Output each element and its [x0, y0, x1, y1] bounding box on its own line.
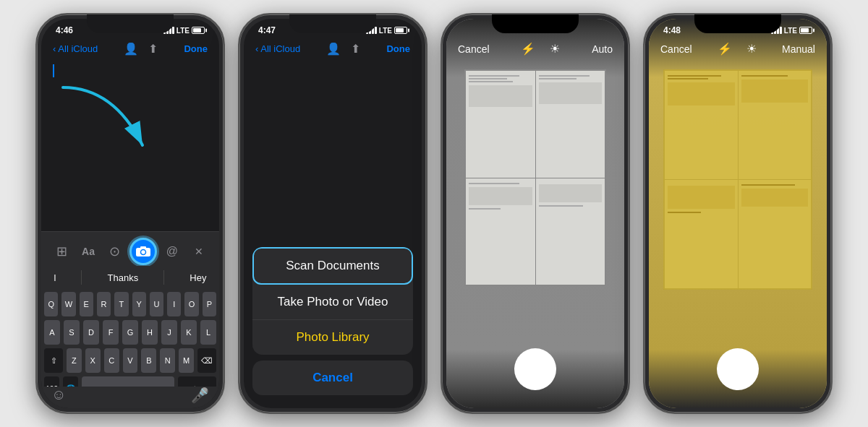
key-delete[interactable]: ⌫: [197, 348, 216, 373]
lte-label: LTE: [176, 27, 190, 35]
arrow-annotation: [56, 80, 171, 167]
mic-icon[interactable]: 🎤: [191, 387, 209, 404]
back-button[interactable]: ‹ All iCloud: [53, 43, 98, 54]
shutter-button-4[interactable]: [717, 348, 759, 390]
cancel-button-3[interactable]: Cancel: [458, 43, 490, 55]
grid-icon[interactable]: ⊞: [50, 240, 73, 263]
cancel-button[interactable]: Cancel: [252, 361, 413, 395]
kb-row-3: ⇧ Z X C V B N M ⌫: [44, 348, 216, 373]
scan-documents-button[interactable]: Scan Documents: [252, 247, 413, 285]
key-w[interactable]: W: [61, 292, 75, 316]
time-4: 4:48: [663, 25, 681, 35]
camera-top-bar: Cancel ⚡ ☀ Auto: [446, 39, 624, 59]
screen-2: 4:47 LTE ‹ All iCloud: [244, 19, 422, 408]
key-f[interactable]: F: [103, 320, 119, 345]
auto-mode-label: Auto: [592, 43, 613, 55]
lte-label-4: LTE: [784, 27, 797, 35]
key-n[interactable]: N: [160, 348, 175, 373]
cancel-button-4[interactable]: Cancel: [660, 43, 692, 55]
suggestion-2[interactable]: Thanks: [108, 272, 139, 283]
nav-icons-2: 👤 ⬆: [326, 42, 360, 56]
chevron-left-icon: ‹: [53, 43, 56, 54]
key-k[interactable]: K: [181, 320, 197, 345]
text-cursor: [53, 64, 54, 77]
key-c[interactable]: C: [104, 348, 119, 373]
camera-top-bar-4: Cancel ⚡ ☀ Manual: [649, 39, 827, 59]
manual-mode-label: Manual: [782, 43, 815, 55]
person-icon[interactable]: 👤: [124, 42, 138, 56]
notch-3: [492, 14, 579, 33]
flash-icon-4[interactable]: ⚡: [718, 42, 732, 56]
notch-4: [694, 14, 781, 33]
camera-controls-4: ⚡ ☀: [718, 42, 757, 56]
key-j[interactable]: J: [161, 320, 177, 345]
sun-icon-3[interactable]: ☀: [550, 42, 560, 56]
key-z[interactable]: Z: [67, 348, 82, 373]
battery-icon-4: [799, 27, 812, 34]
phone-1: 4:46 LTE ‹ All iCloud: [35, 13, 225, 414]
battery-icon-2: [394, 27, 407, 34]
key-o[interactable]: O: [184, 292, 198, 316]
suggestion-1[interactable]: l: [54, 272, 56, 283]
document-in-viewfinder-4: [663, 69, 812, 290]
suggestions-bar: l Thanks Hey: [41, 266, 219, 289]
key-t[interactable]: T: [114, 292, 128, 316]
phone-3: Cancel ⚡ ☀ Auto: [441, 13, 630, 414]
take-photo-button[interactable]: Take Photo or Video: [252, 285, 413, 320]
camera-toolbar-icon[interactable]: [129, 238, 157, 265]
shutter-button-3[interactable]: [514, 348, 556, 390]
key-h[interactable]: H: [142, 320, 158, 345]
kb-accessory-bar: ☺ 🎤: [41, 387, 219, 407]
svg-rect-3: [140, 246, 146, 249]
photo-library-button[interactable]: Photo Library: [252, 320, 413, 355]
time-2: 4:47: [258, 25, 276, 35]
lte-label-2: LTE: [379, 27, 392, 35]
suggestion-3[interactable]: Hey: [190, 272, 206, 283]
share-icon-2[interactable]: ⬆: [351, 42, 360, 56]
document-in-viewfinder-3: [464, 69, 606, 286]
key-m[interactable]: M: [179, 348, 194, 373]
key-b[interactable]: B: [141, 348, 156, 373]
key-u[interactable]: U: [150, 292, 163, 316]
phone2-nav: ‹ All iCloud 👤 ⬆ Done: [244, 39, 422, 59]
key-q[interactable]: Q: [44, 292, 58, 316]
notch: [87, 14, 174, 33]
close-icon[interactable]: ✕: [187, 240, 210, 263]
chevron-left-icon-2: ‹: [255, 43, 258, 54]
key-x[interactable]: X: [85, 348, 101, 373]
phone-2: 4:47 LTE ‹ All iCloud: [238, 13, 427, 414]
key-shift[interactable]: ⇧: [44, 348, 63, 373]
key-r[interactable]: R: [97, 292, 111, 316]
key-v[interactable]: V: [123, 348, 138, 373]
at-icon[interactable]: @: [161, 240, 184, 263]
key-g[interactable]: G: [122, 320, 138, 345]
key-y[interactable]: Y: [132, 292, 146, 316]
key-i[interactable]: I: [167, 292, 181, 316]
nav-icons: 👤 ⬆: [124, 42, 158, 56]
text-size-icon[interactable]: Aa: [77, 240, 100, 263]
notch: [289, 14, 376, 33]
share-icon[interactable]: ⬆: [148, 42, 158, 56]
key-l[interactable]: L: [200, 320, 216, 345]
done-button-2[interactable]: Done: [386, 43, 410, 54]
key-a[interactable]: A: [44, 320, 60, 345]
done-button[interactable]: Done: [184, 43, 208, 54]
key-e[interactable]: E: [80, 292, 93, 316]
key-d[interactable]: D: [83, 320, 99, 345]
key-p[interactable]: P: [203, 292, 216, 316]
flash-icon-3[interactable]: ⚡: [521, 42, 535, 56]
screen-3: Cancel ⚡ ☀ Auto: [446, 19, 624, 408]
key-s[interactable]: S: [64, 320, 80, 345]
emoji-icon[interactable]: ☺: [51, 387, 66, 404]
checkmark-icon[interactable]: ⊙: [103, 240, 127, 263]
back-button-2[interactable]: ‹ All iCloud: [255, 43, 300, 54]
kb-row-2: A S D F G H J K L: [44, 320, 216, 345]
battery-icon: [192, 27, 205, 34]
action-group-main: Scan Documents Take Photo or Video Photo…: [252, 247, 413, 355]
camera-controls: ⚡ ☀: [521, 42, 560, 56]
person-icon-2[interactable]: 👤: [326, 42, 341, 56]
notes-nav: ‹ All iCloud 👤 ⬆ Done: [41, 39, 219, 59]
sun-icon-4[interactable]: ☀: [746, 42, 757, 56]
phone-4: 4:48 LTE Cancel: [643, 13, 833, 414]
screen-1: 4:46 LTE ‹ All iCloud: [41, 19, 219, 408]
